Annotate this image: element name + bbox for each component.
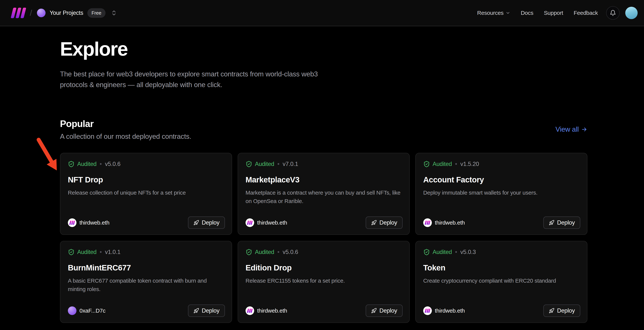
version-label: v5.0.6 xyxy=(283,249,298,256)
card-meta-row: Audited v7.0.1 xyxy=(246,161,402,167)
publisher-link[interactable]: thirdweb.eth xyxy=(246,218,287,227)
team-switcher[interactable]: Your Projects Free xyxy=(37,8,106,18)
notifications-button[interactable] xyxy=(606,6,620,20)
explore-page: / Your Projects Free Resources Docs Supp… xyxy=(0,0,644,330)
contract-card-nft-drop[interactable]: Audited v5.0.6 NFT Drop Release collecti… xyxy=(60,153,232,235)
version-label: v5.0.3 xyxy=(460,249,476,256)
card-meta-row: Audited v1.5.20 xyxy=(423,161,580,167)
team-avatar xyxy=(37,8,46,17)
user-avatar[interactable] xyxy=(625,7,638,19)
publisher-link[interactable]: thirdweb.eth xyxy=(423,307,465,315)
shield-check-icon xyxy=(246,161,252,167)
rocket-icon xyxy=(194,308,199,314)
contract-card-token[interactable]: Audited v5.0.3 Token Create cryptocurren… xyxy=(415,241,588,323)
deploy-button[interactable]: Deploy xyxy=(543,217,580,229)
shield-check-icon xyxy=(68,161,74,167)
thirdweb-logo[interactable] xyxy=(12,8,25,18)
version-label: v5.0.6 xyxy=(105,161,120,167)
contract-title: BurnMintERC677 xyxy=(68,263,224,272)
team-select-toggle[interactable] xyxy=(111,10,117,16)
publisher-link[interactable]: thirdweb.eth xyxy=(246,307,287,315)
chevrons-up-down-icon xyxy=(111,10,117,16)
publisher-name: thirdweb.eth xyxy=(80,220,110,226)
publisher-avatar xyxy=(68,218,76,227)
version-label: v1.0.1 xyxy=(105,249,120,256)
nav-feedback-label: Feedback xyxy=(574,10,598,16)
annotation-arrow xyxy=(35,137,62,175)
rocket-icon xyxy=(549,308,554,314)
audited-badge: Audited xyxy=(255,249,274,256)
rocket-icon xyxy=(371,220,377,226)
shield-check-icon xyxy=(68,249,74,256)
dot-separator xyxy=(278,251,279,253)
main-content: Explore The best place for web3 develope… xyxy=(60,26,588,323)
deploy-label: Deploy xyxy=(202,307,220,314)
team-name: Your Projects xyxy=(50,9,83,16)
contracts-grid: Audited v5.0.6 NFT Drop Release collecti… xyxy=(60,153,588,323)
arrow-right-icon xyxy=(581,126,588,133)
publisher-link[interactable]: thirdweb.eth xyxy=(423,218,465,227)
nav-support[interactable]: Support xyxy=(544,10,563,16)
shield-check-icon xyxy=(423,249,430,256)
card-footer: thirdweb.eth Deploy xyxy=(423,217,580,229)
contract-title: Token xyxy=(423,263,580,272)
contract-description: Marketplace is a contract where you can … xyxy=(246,188,402,205)
nav-resources[interactable]: Resources xyxy=(477,10,510,16)
logo-bar xyxy=(16,8,21,18)
publisher-link[interactable]: 0xaF...D7c xyxy=(68,307,106,315)
audited-badge: Audited xyxy=(432,161,452,167)
publisher-link[interactable]: thirdweb.eth xyxy=(68,218,110,227)
audited-badge: Audited xyxy=(255,161,274,167)
contract-card-burnminterc677[interactable]: Audited v1.0.1 BurnMintERC677 A basic ER… xyxy=(60,241,232,323)
publisher-avatar xyxy=(246,307,254,315)
plan-badge: Free xyxy=(87,8,105,18)
contract-title: NFT Drop xyxy=(68,175,224,184)
contract-description: Release ERC1155 tokens for a set price. xyxy=(246,277,402,285)
dot-separator xyxy=(100,251,102,253)
view-all-link[interactable]: View all xyxy=(556,125,588,133)
contract-description: Release collection of unique NFTs for a … xyxy=(68,188,224,197)
card-meta-row: Audited v5.0.3 xyxy=(423,249,580,256)
contract-card-marketplacev3[interactable]: Audited v7.0.1 MarketplaceV3 Marketplace… xyxy=(238,153,410,235)
publisher-avatar xyxy=(423,218,432,227)
publisher-avatar xyxy=(423,307,432,315)
version-label: v1.5.20 xyxy=(460,161,479,167)
contract-title: MarketplaceV3 xyxy=(246,175,402,184)
contract-card-edition-drop[interactable]: Audited v5.0.6 Edition Drop Release ERC1… xyxy=(238,241,410,323)
popular-section-header: Popular A collection of our most deploye… xyxy=(60,118,588,140)
publisher-avatar xyxy=(68,307,76,315)
card-meta-row: Audited v5.0.6 xyxy=(246,249,402,256)
view-all-label: View all xyxy=(556,125,579,133)
deploy-button[interactable]: Deploy xyxy=(366,305,402,317)
nav-feedback[interactable]: Feedback xyxy=(574,10,598,16)
dot-separator xyxy=(100,163,102,165)
rocket-icon xyxy=(549,220,554,226)
page-title: Explore xyxy=(60,38,588,60)
deploy-button[interactable]: Deploy xyxy=(188,305,225,317)
card-meta-row: Audited v1.0.1 xyxy=(68,249,224,256)
dot-separator xyxy=(455,251,457,253)
popular-subtitle: A collection of our most deployed contra… xyxy=(60,133,191,140)
header-left: / Your Projects Free xyxy=(12,8,117,18)
deploy-button[interactable]: Deploy xyxy=(543,305,580,317)
shield-check-icon xyxy=(246,249,252,256)
audited-badge: Audited xyxy=(77,161,96,167)
popular-heading-block: Popular A collection of our most deploye… xyxy=(60,118,191,140)
deploy-button[interactable]: Deploy xyxy=(366,217,402,229)
publisher-avatar xyxy=(246,218,254,227)
contract-card-account-factory[interactable]: Audited v1.5.20 Account Factory Deploy i… xyxy=(415,153,588,235)
contract-description: A basic ERC677 compatible token contract… xyxy=(68,277,224,293)
dot-separator xyxy=(455,163,457,165)
logo-bar xyxy=(20,8,26,18)
deploy-label: Deploy xyxy=(557,219,575,226)
deploy-button[interactable]: Deploy xyxy=(188,217,225,229)
contract-description: Create cryptocurrency compliant with ERC… xyxy=(423,277,580,285)
header-right: Resources Docs Support Feedback xyxy=(467,6,638,20)
publisher-name: thirdweb.eth xyxy=(435,220,465,226)
nav-docs[interactable]: Docs xyxy=(521,10,534,16)
rocket-icon xyxy=(371,308,377,314)
contract-title: Account Factory xyxy=(423,175,580,184)
card-footer: thirdweb.eth Deploy xyxy=(423,305,580,317)
publisher-name: 0xaF...D7c xyxy=(80,308,106,314)
nav-support-label: Support xyxy=(544,10,563,16)
